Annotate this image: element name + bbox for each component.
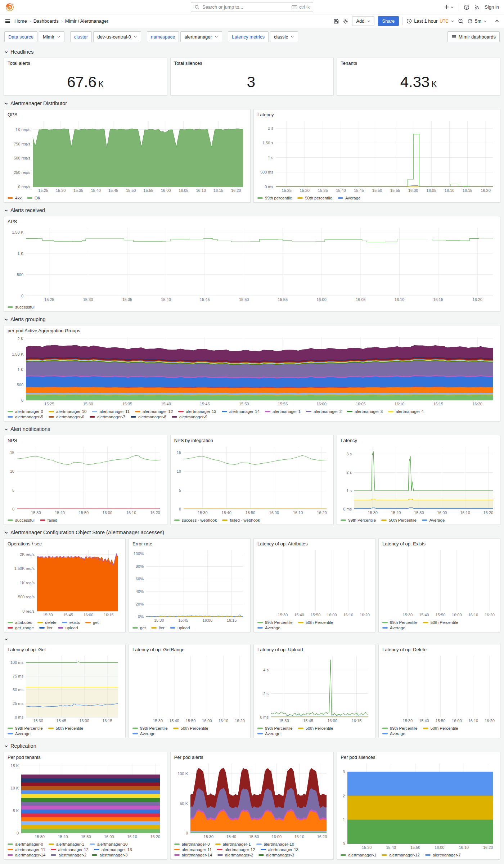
legend-item[interactable]: alertmanager-1 <box>265 409 301 414</box>
legend-item[interactable]: 50th Percentile <box>381 518 417 522</box>
grafana-logo-icon[interactable] <box>5 3 14 12</box>
time-range-picker[interactable]: Last 1 hour UTC <box>406 18 454 24</box>
legend-item[interactable]: success - webhook <box>174 518 217 522</box>
panel-title[interactable]: Latency of op: Attributes <box>257 541 372 546</box>
variable-latency-metrics-label[interactable]: Latency metrics <box>228 31 269 42</box>
legend-item[interactable]: alertmanager-0 <box>8 842 43 846</box>
legend-item[interactable]: attributes <box>8 620 32 625</box>
panel-title[interactable]: Error rate <box>132 541 247 546</box>
latency-getrange-chart[interactable]: 15:3015:4015:5016:0016:1016:20 <box>132 653 247 724</box>
legend-item[interactable]: alertmanager-14 <box>8 853 45 857</box>
new-menu-button[interactable] <box>444 4 454 10</box>
legend-item[interactable]: alertmanager-10 <box>49 409 86 414</box>
panel-title[interactable]: NPS by integration <box>174 438 330 443</box>
variable-latency-metrics-select[interactable]: classic <box>270 31 298 42</box>
legend-item[interactable]: alertmanager-8 <box>131 415 166 419</box>
qps-chart[interactable]: 0 req/s250 req/s500 req/s750 req/s1K req… <box>8 118 247 194</box>
per-pod-alerts-chart[interactable]: 050 K100 K15:3015:4015:5016:0016:1016:20 <box>174 761 330 840</box>
legend-item[interactable]: Average <box>257 732 280 736</box>
legend-item[interactable]: 99th percentile <box>257 196 292 200</box>
legend-item[interactable]: 99th Percentile <box>382 726 418 730</box>
panel-title[interactable]: Latency of op: GetRange <box>132 647 247 652</box>
nps-by-integration-chart[interactable]: 05101515:3015:4015:5016:0016:1016:20 <box>174 444 330 516</box>
section-collapsed-untitled[interactable] <box>4 637 500 641</box>
section-alerts-received[interactable]: Alerts received <box>4 207 500 213</box>
section-config-store[interactable]: Alertmanager Configuration Object Store … <box>4 530 500 535</box>
legend-item[interactable]: alertmanager-13 <box>178 409 216 414</box>
panel-title[interactable]: Per pod tenants <box>8 755 163 760</box>
notification-latency-chart[interactable]: 0 ms1 s2 s3 s15:3015:4015:5016:0016:1016… <box>341 444 496 516</box>
legend-item[interactable]: alertmanager-12 <box>382 853 419 857</box>
legend-item[interactable]: Average <box>338 196 361 200</box>
legend-item[interactable]: exists <box>62 620 80 625</box>
variable-namespace-label[interactable]: namespace <box>147 31 179 42</box>
aggregation-groups-chart[interactable]: 05001 K1.50 K2 K15:2515:3015:3515:4015:4… <box>8 334 496 407</box>
legend-item[interactable]: alertmanager-12 <box>217 847 255 852</box>
legend-item[interactable]: alertmanager-4 <box>388 409 424 414</box>
legend-item[interactable]: Average <box>8 732 31 736</box>
operations-sec-chart[interactable]: 0 req/s500 req/s1K req/s1.50K req/s2K re… <box>8 547 122 618</box>
legend-item[interactable]: Average <box>382 732 405 736</box>
legend-item[interactable]: 50th Percentile <box>423 726 458 730</box>
latency-get-chart[interactable]: 0 ms25 ms50 ms75 ms100 ms15:3015:4516:00… <box>8 653 122 724</box>
legend-item[interactable]: alertmanager-13 <box>94 847 132 852</box>
legend-item[interactable]: get_range <box>8 626 34 630</box>
legend-item[interactable]: alertmanager-11 <box>92 409 130 414</box>
legend-item[interactable]: failed - webhook <box>222 518 260 522</box>
legend-item[interactable]: Average <box>132 732 156 736</box>
legend-item[interactable]: alertmanager-3 <box>92 853 127 857</box>
legend-item[interactable]: alertmanager-5 <box>8 415 43 419</box>
panel-title[interactable]: Latency of op: Upload <box>257 647 372 652</box>
latency-exists-chart[interactable]: 15:3015:4015:5016:0016:1016:20 <box>382 547 496 618</box>
legend-item[interactable]: 50th Percentile <box>298 726 333 730</box>
legend-item[interactable]: alertmanager-9 <box>172 415 207 419</box>
legend-item[interactable]: 99th Percentile <box>341 518 376 522</box>
legend-item[interactable]: upload <box>170 626 190 630</box>
panel-title[interactable]: Total silences <box>174 60 330 66</box>
legend-item[interactable]: successful <box>8 305 35 309</box>
legend-item[interactable]: Average <box>257 626 280 630</box>
latency-attributes-chart[interactable]: 15:3015:4015:5016:0016:1016:20 <box>257 547 372 618</box>
legend-item[interactable]: alertmanager-3 <box>258 853 294 857</box>
error-rate-chart[interactable]: 0%20%40%60%80%100%15:3015:4516:0016:15 <box>132 547 247 624</box>
legend-item[interactable]: successful <box>8 518 35 522</box>
legend-item[interactable]: alertmanager-11 <box>8 847 45 852</box>
legend-item[interactable]: 50th percentile <box>297 196 332 200</box>
sign-in-link[interactable]: Sign in <box>485 4 499 10</box>
per-pod-tenants-chart[interactable]: 05 K10 K15 K15:3015:4015:5016:0016:1016:… <box>8 761 163 840</box>
legend-item[interactable]: alertmanager-11 <box>174 847 212 852</box>
panel-title[interactable]: Latency of op: Delete <box>382 647 496 652</box>
help-icon[interactable] <box>464 4 469 10</box>
section-alert-notifications[interactable]: Alert notifications <box>4 426 500 432</box>
panel-title[interactable]: Latency of op: Exists <box>382 541 496 546</box>
dashboard-settings-gear-icon[interactable] <box>343 18 348 24</box>
legend-item[interactable]: 99th Percentile <box>8 726 43 730</box>
aps-chart[interactable]: 05001 K1.50 K15:2515:3015:3515:4015:4515… <box>8 225 496 303</box>
collapse-toolbar-chevron-icon[interactable] <box>495 19 499 23</box>
legend-item[interactable]: alertmanager-2 <box>306 409 342 414</box>
legend-item[interactable]: Average <box>382 626 405 630</box>
legend-item[interactable]: alertmanager-7 <box>90 415 125 419</box>
variable-datasource-label[interactable]: Data source <box>4 31 37 42</box>
mimir-dashboards-button[interactable]: Mimir dashboards <box>447 31 500 42</box>
latency-upload-chart[interactable]: 0 ms2 s4 s15:3015:4516:0016:15 <box>257 653 372 724</box>
legend-item[interactable]: iter <box>151 626 165 630</box>
variable-cluster-label[interactable]: cluster <box>70 31 92 42</box>
section-distributor[interactable]: Alertmanager Distributor <box>4 100 500 106</box>
legend-item[interactable]: alertmanager-10 <box>256 842 294 846</box>
legend-item[interactable]: failed <box>40 518 58 522</box>
legend-item[interactable]: alertmanager-6 <box>49 415 84 419</box>
panel-title[interactable]: Latency <box>341 438 496 443</box>
section-headlines[interactable]: Headlines <box>4 49 500 55</box>
legend-item[interactable]: alertmanager-0 <box>174 842 210 846</box>
legend-item[interactable]: upload <box>58 626 78 630</box>
panel-title[interactable]: Operations / sec <box>8 541 122 546</box>
panel-title[interactable]: QPS <box>8 112 247 117</box>
news-rss-icon[interactable] <box>474 4 480 10</box>
legend-item[interactable]: alertmanager-2 <box>217 853 253 857</box>
legend-item[interactable]: alertmanager-10 <box>90 842 127 846</box>
latency-delete-chart[interactable]: 15:3015:4015:5016:0016:1016:20 <box>382 653 496 724</box>
variable-datasource-select[interactable]: Mimir <box>39 31 64 42</box>
refresh-picker[interactable]: 5m <box>467 18 487 24</box>
legend-item[interactable]: alertmanager-7 <box>425 853 461 857</box>
